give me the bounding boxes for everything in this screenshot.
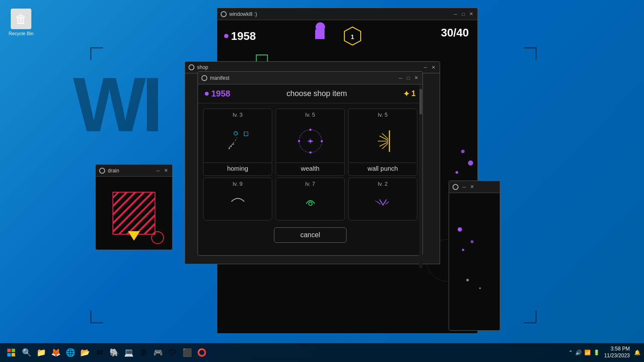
star-icon: ✦ — [403, 89, 410, 99]
wealth-cross-v — [310, 139, 311, 144]
manifest-title: manifest — [210, 75, 398, 81]
taskbar-folder-icon[interactable]: 📁 — [34, 346, 48, 359]
shop-window-title: shop — [197, 64, 422, 70]
drain-minimize-btn[interactable]: ─ — [155, 168, 161, 174]
wallpunch-name: wall punch — [349, 163, 417, 175]
minimize-btn[interactable]: ─ — [453, 11, 459, 17]
drain-triangle — [128, 231, 140, 241]
taskbar-date-value: 11/23/2023 — [604, 353, 630, 359]
manifest-titlebar: manifest ─ □ ✕ — [198, 72, 422, 84]
purple-dot-3 — [456, 171, 458, 174]
taskbar-files-icon[interactable]: 📂 — [78, 346, 92, 359]
manifest-minimize-btn[interactable]: ─ — [398, 75, 404, 81]
recycle-bin[interactable]: 🗑 Recycle Bin — [9, 9, 33, 36]
taskbar-code-icon[interactable]: 💻 — [122, 346, 136, 359]
svg-line-11 — [382, 143, 388, 149]
svg-rect-15 — [7, 353, 11, 356]
score-dot — [224, 34, 228, 38]
taskbar-security-icon[interactable]: 🛡 — [166, 346, 179, 359]
small-minimize-btn[interactable]: ─ — [461, 184, 467, 190]
svg-point-12 — [309, 202, 312, 205]
taskbar-mail-icon[interactable]: ✉ — [93, 346, 106, 359]
wealth-level: lv. 5 — [276, 109, 344, 120]
wallpunch-visual — [366, 124, 400, 158]
taskbar-notification-icon[interactable]: 🔔 — [634, 350, 641, 356]
manifest-icon — [201, 75, 207, 81]
hud-counter: 30/40 — [441, 26, 469, 39]
score-value: 1958 — [231, 30, 256, 43]
taskbar-firefox-icon[interactable]: 🦊 — [49, 346, 63, 359]
svg-line-10 — [382, 133, 388, 139]
taskbar-chrome-icon[interactable]: 🌐 — [64, 346, 77, 359]
unknown1-level: lv. 9 — [204, 178, 272, 189]
shop-item-wealth[interactable]: lv. 5 — [276, 109, 345, 176]
br-dot-4 — [466, 279, 469, 281]
taskbar-settings-icon[interactable]: ⚙ — [137, 346, 150, 359]
bracket-br — [524, 311, 537, 323]
taskbar-datetime[interactable]: 3:58 PM 11/23/2023 — [604, 346, 630, 359]
battery-icon[interactable]: 🔋 — [593, 350, 600, 356]
hud-hex: 1 — [342, 25, 363, 47]
shop-window-icon — [188, 64, 194, 70]
manifest-controls: ─ □ ✕ — [398, 75, 419, 81]
drain-close-btn[interactable]: ✕ — [163, 168, 169, 174]
drain-controls: ─ ✕ — [155, 168, 169, 174]
network-icon[interactable]: 📶 — [584, 350, 591, 356]
svg-rect-16 — [12, 353, 15, 356]
taskbar-mastodon-icon[interactable]: 🐘 — [107, 346, 121, 359]
shop-item-wallpunch[interactable]: lv. 5 — [348, 109, 417, 176]
small-window-controls: ─ ✕ — [461, 184, 475, 190]
volume-icon[interactable]: 🔊 — [575, 350, 582, 356]
small-window-icon — [453, 184, 459, 190]
shop-window-controls: ─ ✕ — [422, 64, 436, 70]
drain-box — [112, 192, 155, 235]
homing-level: lv. 3 — [204, 109, 272, 120]
shop-item-unknown3[interactable]: lv. 2 — [348, 178, 417, 220]
taskbar-game-icon[interactable]: 🎮 — [151, 346, 165, 359]
bracket-bl — [90, 311, 103, 323]
shop-close-btn[interactable]: ✕ — [430, 64, 436, 70]
recycle-bin-label: Recycle Bin — [9, 31, 33, 36]
br-dot-1 — [458, 227, 462, 232]
bracket-tr — [524, 47, 537, 60]
svg-point-5 — [232, 143, 234, 145]
manifest-header-title: choose shop item — [286, 89, 347, 98]
maximize-btn[interactable]: □ — [460, 11, 466, 17]
search-icon[interactable]: 🔍 — [20, 346, 33, 359]
desktop: WI 🗑 Recycle Bin windowkill :) ─ □ ✕ 195… — [0, 0, 644, 362]
taskbar-circle-icon[interactable]: ⭕ — [195, 346, 209, 359]
shop-grid-row1: lv. 3 — [198, 103, 422, 179]
purple-circle-floating — [316, 22, 325, 32]
taskbar-right: ⌃ 🔊 📶 🔋 3:58 PM 11/23/2023 🔔 — [568, 346, 641, 359]
small-close-btn[interactable]: ✕ — [469, 184, 475, 190]
system-icons: ⌃ 🔊 📶 🔋 — [568, 350, 600, 356]
taskbar-time-value: 3:58 PM — [604, 346, 630, 353]
wealth-dot-bottom — [309, 151, 311, 154]
manifest-window: manifest ─ □ ✕ 1958 choose shop item ✦ 1 — [197, 71, 423, 256]
manifest-maximize-btn[interactable]: □ — [405, 75, 411, 81]
shop-item-unknown1[interactable]: lv. 9 — [203, 178, 272, 220]
homing-preview — [204, 120, 272, 163]
svg-point-3 — [228, 148, 230, 149]
shop-item-unknown2[interactable]: lv. 7 — [276, 178, 345, 220]
close-btn[interactable]: ✕ — [468, 11, 474, 17]
drain-content — [96, 177, 172, 250]
desktop-wi-text: WI — [73, 60, 159, 149]
manifest-close-btn[interactable]: ✕ — [413, 75, 419, 81]
wealth-dot-top — [309, 129, 311, 131]
cancel-button[interactable]: cancel — [274, 227, 346, 243]
shop-minimize-btn[interactable]: ─ — [422, 64, 428, 70]
game-hud: 1958 1 30/40 — [217, 20, 477, 52]
start-button[interactable] — [3, 345, 19, 360]
wallpunch-preview — [349, 120, 417, 163]
wealth-dot-left — [298, 140, 300, 142]
manifest-scrollbar[interactable] — [419, 84, 422, 268]
shop-grid-row2: lv. 9 lv. 7 — [198, 178, 422, 224]
chevron-up-icon[interactable]: ⌃ — [568, 350, 573, 356]
shop-item-homing[interactable]: lv. 3 — [203, 109, 272, 176]
unknown2-preview — [276, 189, 344, 214]
manifest-scrollbar-thumb — [419, 89, 422, 115]
unknown2-level: lv. 7 — [276, 178, 344, 189]
wealth-name: wealth — [276, 163, 344, 175]
taskbar-terminal-icon[interactable]: ⬛ — [180, 346, 194, 359]
